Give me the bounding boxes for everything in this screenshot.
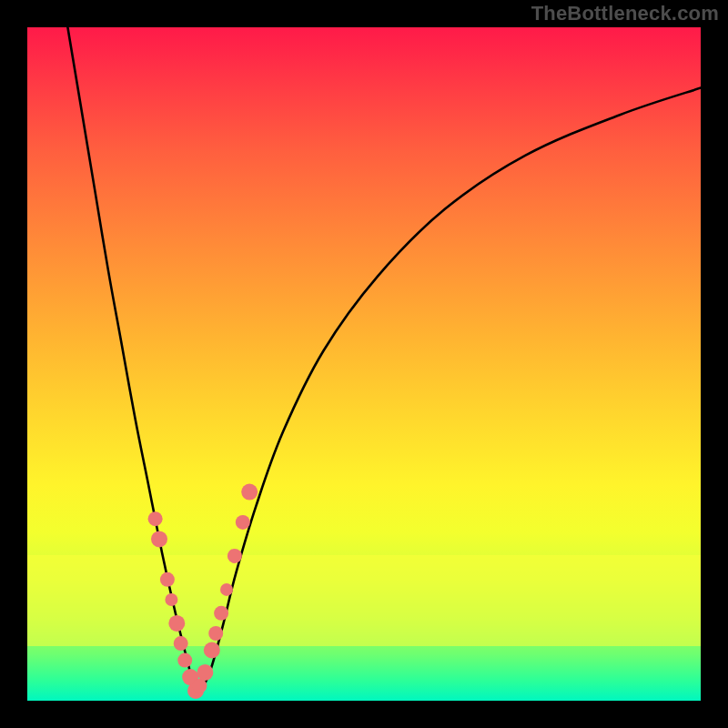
outer-frame: TheBottleneck.com <box>0 0 728 728</box>
data-point <box>151 531 167 547</box>
chart-svg <box>27 27 701 701</box>
data-point <box>208 626 223 641</box>
data-point <box>148 511 163 526</box>
data-point <box>204 642 220 659</box>
data-point <box>174 636 188 651</box>
data-point <box>241 484 258 500</box>
data-point <box>160 572 175 587</box>
watermark-text: TheBottleneck.com <box>531 2 719 25</box>
data-point <box>197 664 213 681</box>
curve-group <box>67 27 701 694</box>
data-point <box>165 593 177 606</box>
data-point <box>236 515 250 530</box>
bottleneck-curve <box>67 27 701 694</box>
data-point <box>168 615 185 632</box>
data-point <box>177 653 192 668</box>
data-point <box>228 549 242 563</box>
marker-group <box>148 484 258 699</box>
data-point <box>192 679 207 693</box>
data-point <box>214 606 228 621</box>
data-point <box>220 583 233 596</box>
